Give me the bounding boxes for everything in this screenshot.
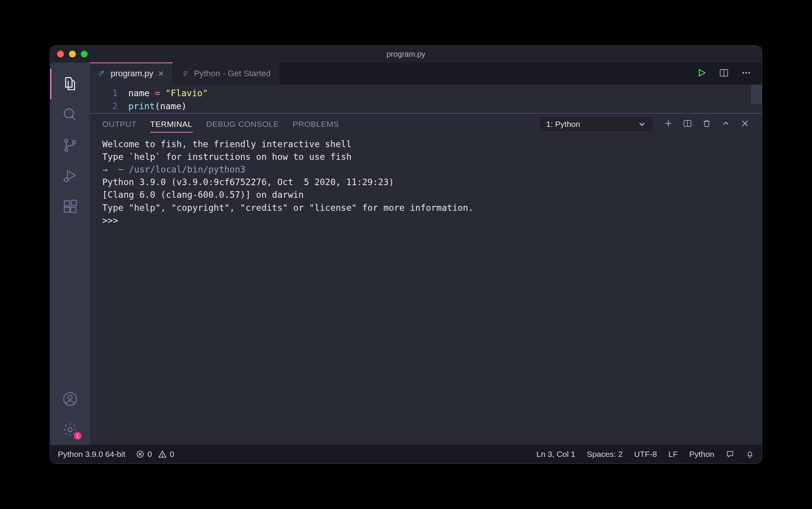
status-notifications[interactable]	[746, 450, 754, 458]
svg-point-2	[65, 140, 68, 143]
terminal-output[interactable]: Welcome to fish, the friendly interactiv…	[90, 135, 762, 445]
feedback-icon	[726, 450, 734, 458]
code-content[interactable]: name = "Flavio" print(name)	[128, 87, 762, 113]
terminal-line: Welcome to fish, the friendly interactiv…	[102, 139, 352, 149]
search-tab[interactable]	[50, 99, 90, 130]
panel-tab-debug-console[interactable]: DEBUG CONSOLE	[206, 114, 279, 134]
accounts-button[interactable]	[50, 384, 90, 414]
code-line: print(name)	[128, 100, 762, 113]
files-icon	[62, 76, 78, 92]
branch-icon	[62, 138, 78, 153]
traffic-lights	[50, 51, 88, 57]
error-icon	[136, 450, 144, 458]
play-icon	[697, 68, 707, 78]
run-button[interactable]	[697, 68, 707, 79]
chevron-down-icon	[637, 120, 647, 129]
svg-rect-10	[71, 207, 76, 212]
play-bug-icon	[62, 168, 78, 184]
tab-program-py[interactable]: program.py ✕	[90, 62, 173, 85]
maximize-panel-button[interactable]	[721, 119, 730, 130]
plus-icon	[664, 119, 673, 128]
extensions-tab[interactable]	[50, 191, 90, 222]
svg-point-4	[72, 141, 75, 144]
svg-point-14	[68, 428, 72, 432]
status-feedback[interactable]	[726, 450, 734, 458]
svg-point-15	[101, 71, 102, 72]
svg-point-23	[748, 72, 750, 74]
warning-icon	[158, 450, 167, 458]
run-debug-tab[interactable]	[50, 161, 90, 191]
minimize-window-button[interactable]	[69, 51, 76, 57]
vscode-window: program.py 1	[50, 45, 762, 464]
window-title: program.py	[50, 50, 762, 59]
list-icon	[182, 70, 189, 77]
chevron-up-icon	[721, 119, 730, 128]
panel: OUTPUT TERMINAL DEBUG CONSOLE PROBLEMS 1…	[90, 113, 762, 445]
svg-point-0	[64, 109, 73, 118]
prompt-arrow: →	[102, 164, 108, 174]
explorer-tab[interactable]	[50, 69, 90, 99]
maximize-window-button[interactable]	[81, 51, 88, 57]
svg-rect-8	[64, 201, 69, 206]
line-number: 1	[90, 87, 118, 100]
panel-tabs: OUTPUT TERMINAL DEBUG CONSOLE PROBLEMS 1…	[90, 113, 762, 135]
split-terminal-button[interactable]	[683, 119, 692, 130]
settings-button[interactable]: 1	[50, 414, 90, 445]
code-line: name = "Flavio"	[128, 87, 762, 100]
new-terminal-button[interactable]	[664, 119, 673, 130]
status-bar: Python 3.9.0 64-bit 0 0 Ln 3, Col 1 Spac…	[50, 445, 762, 463]
close-window-button[interactable]	[57, 51, 64, 57]
editor-tabs: program.py ✕ Python - Get Started	[90, 62, 762, 85]
panel-tab-terminal[interactable]: TERMINAL	[150, 114, 192, 134]
terminal-command: /usr/local/bin/python3	[129, 164, 246, 174]
close-panel-button[interactable]	[740, 119, 750, 130]
terminal-line: [Clang 6.0 (clang-600.0.57)] on darwin	[102, 190, 304, 200]
terminal-select[interactable]: 1: Python	[539, 116, 654, 132]
source-control-tab[interactable]	[50, 130, 90, 161]
ellipsis-icon	[741, 68, 751, 78]
svg-point-22	[745, 72, 747, 74]
line-gutter: 1 2	[90, 87, 128, 113]
more-actions-button[interactable]	[741, 68, 751, 79]
status-problems[interactable]: 0 0	[136, 450, 174, 459]
panel-tab-output[interactable]: OUTPUT	[102, 114, 136, 134]
kill-terminal-button[interactable]	[702, 119, 711, 130]
account-icon	[62, 391, 78, 407]
panel-actions: 1: Python	[539, 116, 750, 132]
status-cursor[interactable]: Ln 3, Col 1	[537, 450, 576, 459]
bell-icon	[746, 450, 754, 458]
prompt-tilde: ~	[108, 164, 129, 174]
split-editor-button[interactable]	[719, 68, 729, 79]
main-area: 1 program.py ✕ Python - Get Started	[50, 62, 762, 445]
close-icon	[740, 119, 750, 128]
titlebar: program.py	[50, 46, 762, 62]
svg-point-34	[162, 456, 162, 456]
tab-python-get-started[interactable]: Python - Get Started	[173, 62, 280, 85]
search-icon	[62, 107, 78, 122]
editor-actions	[697, 62, 762, 85]
terminal-select-label: 1: Python	[546, 120, 580, 129]
status-encoding[interactable]: UTF-8	[634, 450, 657, 459]
svg-line-1	[72, 117, 75, 120]
status-language[interactable]: Python	[689, 450, 714, 459]
svg-point-3	[65, 148, 68, 151]
minimap[interactable]	[751, 85, 762, 104]
terminal-line: Type "help", "copyright", "credits" or "…	[102, 203, 473, 213]
panel-tab-problems[interactable]: PROBLEMS	[293, 114, 339, 134]
tab-label: Python - Get Started	[194, 69, 271, 79]
split-icon	[719, 68, 729, 78]
svg-rect-11	[71, 200, 76, 205]
code-editor[interactable]: 1 2 name = "Flavio" print(name)	[90, 85, 762, 113]
extensions-icon	[62, 199, 78, 214]
split-icon	[683, 119, 692, 128]
svg-point-13	[68, 396, 72, 400]
status-indent[interactable]: Spaces: 2	[587, 450, 622, 459]
status-eol[interactable]: LF	[668, 450, 678, 459]
terminal-prompt: >>>	[102, 215, 123, 225]
close-tab-icon[interactable]: ✕	[158, 69, 164, 78]
status-interpreter[interactable]: Python 3.9.0 64-bit	[58, 450, 125, 459]
tab-label: program.py	[111, 69, 153, 79]
activity-bar: 1	[50, 62, 90, 445]
trash-icon	[702, 119, 711, 128]
terminal-line: Python 3.9.0 (v3.9.0:9cf6752276, Oct 5 2…	[102, 177, 394, 187]
